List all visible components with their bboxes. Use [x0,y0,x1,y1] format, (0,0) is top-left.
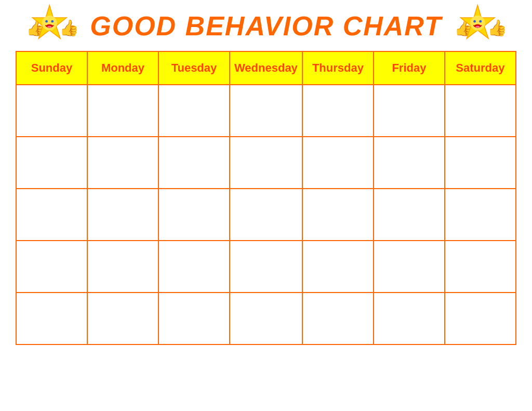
day-header-row: Sunday Monday Tuesday Wednesday Thursday… [16,51,516,85]
cell-row3-sun[interactable] [16,189,87,241]
header-thursday: Thursday [302,51,374,85]
behavior-chart: Sunday Monday Tuesday Wednesday Thursday… [16,51,516,345]
cell-row4-thu[interactable] [302,241,374,293]
cell-row3-thu[interactable] [302,189,374,241]
star-left-decoration: 👍 👍 [26,3,78,49]
cell-row5-thu[interactable] [302,293,374,344]
cell-row2-sun[interactable] [16,137,87,189]
cell-row1-tue[interactable] [158,85,230,137]
table-row [16,241,516,293]
cell-row3-wed[interactable] [230,189,302,241]
cell-row2-sat[interactable] [445,137,516,189]
page-header: 👍 👍 GOOD BEHAVIOR CHART 👍 [16,10,516,42]
cell-row1-wed[interactable] [230,85,302,137]
table-row [16,137,516,189]
svg-point-6 [47,26,51,28]
table-row [16,189,516,241]
cell-row5-mon[interactable] [87,293,158,344]
cell-row3-sat[interactable] [445,189,516,241]
cell-row2-thu[interactable] [302,137,374,189]
svg-text:👍: 👍 [59,18,78,37]
cell-row4-mon[interactable] [87,241,158,293]
cell-row2-fri[interactable] [374,137,445,189]
header-monday: Monday [87,51,158,85]
cell-row4-sat[interactable] [445,241,516,293]
svg-point-2 [42,16,57,31]
header-wednesday: Wednesday [230,51,302,85]
table-row [16,85,516,137]
svg-point-10 [470,16,485,31]
cell-row2-tue[interactable] [158,137,230,189]
header-tuesday: Tuesday [158,51,230,85]
page-title: GOOD BEHAVIOR CHART [90,10,442,42]
cell-row4-sun[interactable] [16,241,87,293]
cell-row1-mon[interactable] [87,85,158,137]
cell-row4-fri[interactable] [374,241,445,293]
svg-point-11 [473,20,476,23]
cell-row1-sat[interactable] [445,85,516,137]
svg-text:👍: 👍 [487,18,506,37]
cell-row3-mon[interactable] [87,189,158,241]
cell-row2-wed[interactable] [230,137,302,189]
table-row [16,293,516,344]
header-friday: Friday [374,51,445,85]
cell-row1-fri[interactable] [374,85,445,137]
svg-point-4 [51,20,54,23]
cell-row4-tue[interactable] [158,241,230,293]
cell-row5-fri[interactable] [374,293,445,344]
cell-row5-sat[interactable] [445,293,516,344]
star-right-decoration: 👍 👍 [454,3,506,49]
cell-row5-wed[interactable] [230,293,302,344]
cell-row3-fri[interactable] [374,189,445,241]
header-saturday: Saturday [445,51,516,85]
cell-row1-sun[interactable] [16,85,87,137]
cell-row4-wed[interactable] [230,241,302,293]
svg-point-3 [45,20,48,23]
cell-row2-mon[interactable] [87,137,158,189]
cell-row5-tue[interactable] [158,293,230,344]
svg-point-12 [479,20,482,23]
cell-row1-thu[interactable] [302,85,374,137]
svg-point-14 [475,26,480,28]
cell-row5-sun[interactable] [16,293,87,344]
header-sunday: Sunday [16,51,87,85]
cell-row3-tue[interactable] [158,189,230,241]
